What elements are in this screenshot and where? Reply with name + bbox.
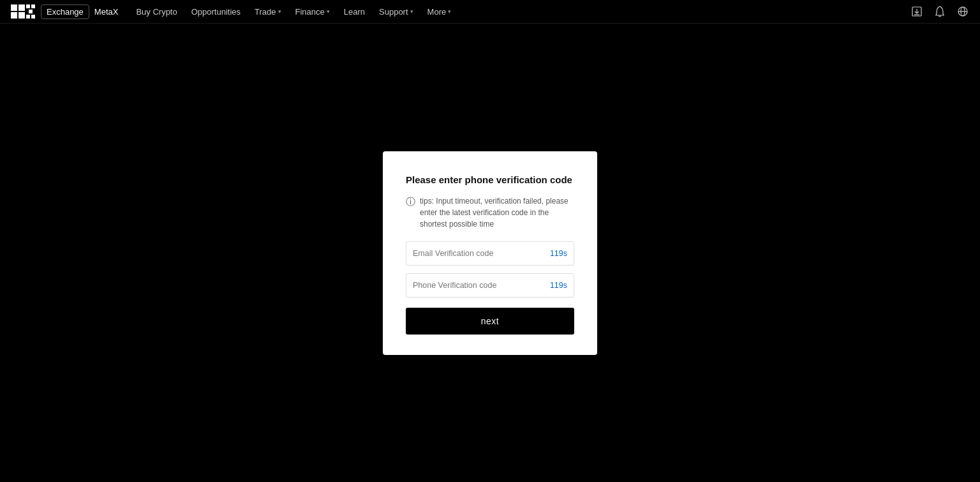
- nav-learn[interactable]: Learn: [344, 7, 365, 17]
- main-content: Please enter phone verification code ⓘ t…: [0, 24, 980, 482]
- nav-tabs: Exchange MetaX: [41, 4, 123, 19]
- email-verification-row[interactable]: 119s: [406, 241, 574, 266]
- nav-items: Buy Crypto Opportunities Trade ▾ Finance…: [136, 7, 910, 17]
- tab-metax[interactable]: MetaX: [89, 5, 124, 19]
- navbar-right: [910, 4, 970, 19]
- svg-rect-0: [11, 4, 17, 11]
- nav-more[interactable]: More ▾: [427, 7, 452, 17]
- tip-text-line1: tips: Input timeout, verification failed…: [420, 197, 568, 229]
- more-chevron-icon: ▾: [448, 8, 451, 15]
- email-countdown: 119s: [550, 249, 567, 258]
- nav-buy-crypto[interactable]: Buy Crypto: [136, 7, 177, 17]
- logo[interactable]: [10, 4, 36, 19]
- trade-chevron-icon: ▾: [278, 8, 281, 15]
- svg-rect-8: [31, 15, 35, 19]
- next-button[interactable]: next: [406, 308, 574, 335]
- info-icon: ⓘ: [406, 196, 415, 208]
- nav-support[interactable]: Support ▾: [379, 7, 413, 17]
- svg-rect-7: [26, 15, 30, 19]
- nav-opportunities[interactable]: Opportunities: [191, 7, 241, 17]
- tab-exchange[interactable]: Exchange: [41, 4, 89, 19]
- download-icon[interactable]: [910, 4, 924, 19]
- phone-verification-row[interactable]: 119s: [406, 273, 574, 297]
- phone-verification-input[interactable]: [413, 281, 545, 290]
- tip-box: ⓘ tips: Input timeout, verification fail…: [406, 195, 574, 230]
- notification-icon[interactable]: [933, 4, 947, 19]
- svg-rect-6: [29, 10, 33, 13]
- svg-rect-4: [26, 4, 30, 8]
- svg-rect-3: [19, 12, 25, 19]
- support-chevron-icon: ▾: [410, 8, 413, 15]
- tip-text: tips: Input timeout, verification failed…: [420, 195, 574, 230]
- svg-rect-1: [19, 4, 25, 11]
- svg-rect-2: [11, 12, 17, 19]
- phone-countdown: 119s: [550, 281, 567, 290]
- navbar: Exchange MetaX Buy Crypto Opportunities …: [0, 0, 980, 24]
- card-title: Please enter phone verification code: [406, 174, 574, 185]
- email-verification-input[interactable]: [413, 249, 545, 258]
- verification-card: Please enter phone verification code ⓘ t…: [383, 151, 597, 355]
- svg-rect-5: [31, 4, 35, 8]
- language-icon[interactable]: [956, 4, 970, 19]
- nav-trade[interactable]: Trade ▾: [255, 7, 281, 17]
- nav-finance[interactable]: Finance ▾: [295, 7, 330, 17]
- finance-chevron-icon: ▾: [327, 8, 330, 15]
